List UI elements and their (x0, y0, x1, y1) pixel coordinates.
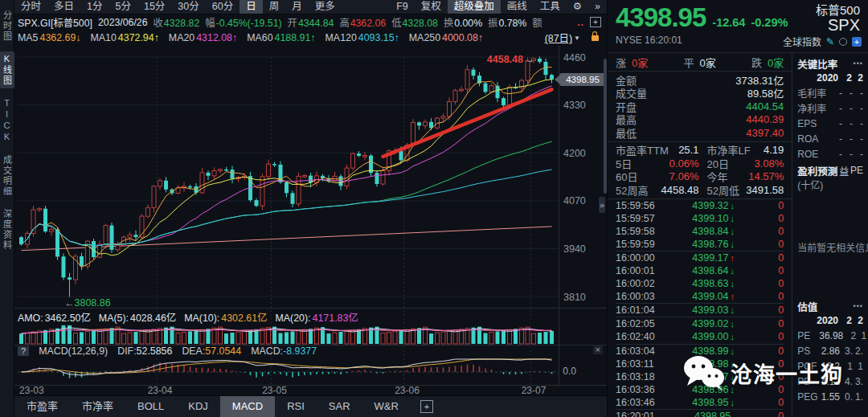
period-tab[interactable]: 多日 (47, 0, 80, 14)
info-field: 振0.78% (488, 15, 526, 30)
period-tab[interactable]: 周 (263, 0, 286, 14)
toolbar-button[interactable]: F9 (390, 0, 415, 14)
tick-row[interactable]: 16:03:364398.96↓0 (616, 383, 784, 396)
edit-icon[interactable]: ✎ (826, 36, 834, 47)
indicator-tab[interactable]: KDJ (176, 396, 220, 417)
add-indicator-icon[interactable]: + (420, 400, 433, 413)
tick-row[interactable]: 16:01:044399.03↓0 (616, 303, 784, 317)
close-indicator-icon[interactable]: × (593, 345, 603, 354)
svg-text:23-04: 23-04 (148, 385, 173, 396)
date-label: 2023/06/26 (98, 17, 148, 28)
tick-row[interactable]: 16:00:014398.64↓0 (616, 264, 784, 277)
sidebar-item[interactable]: TICK (2, 96, 13, 145)
valuation-row: PCF16.211 (797, 358, 863, 374)
tick-row[interactable]: 16:03:464398.95↓0 (616, 396, 784, 409)
tick-row[interactable]: 15:59:584398.84↓0 (616, 225, 784, 238)
tick-row[interactable]: 16:02:404399.00↓0 (616, 330, 784, 343)
gear-icon[interactable]: ⚙ (567, 0, 588, 14)
tick-row[interactable]: 16:03:044398.99↓0 (616, 344, 784, 358)
ratio-row: 毛利率--- (797, 85, 863, 100)
valuation-row: PB4.124.3. (797, 374, 863, 389)
valuation-row: PEG1.550.1. (797, 389, 863, 404)
tick-row[interactable]: 16:00:034399.04↑0 (616, 290, 784, 303)
info-bar: SPX.GI[标普500] 2023/06/26 收4328.82 幅-0.45… (14, 14, 607, 31)
indicator-tab[interactable]: BOLL (125, 396, 176, 417)
range-selector[interactable]: (87日)▼ (545, 31, 580, 45)
chart-scrollbar[interactable] (604, 59, 607, 194)
ma-value: MA204312.08↑ (169, 32, 237, 43)
svg-text:3810: 3810 (563, 291, 586, 302)
period-tab[interactable]: 更多 (309, 0, 342, 14)
period-tab[interactable]: 15分 (137, 0, 171, 14)
stat-row: 最低4397.40 (616, 126, 784, 140)
svg-text:4200: 4200 (563, 148, 586, 159)
toolbar-button[interactable]: 复权 (415, 0, 448, 14)
toolbar-button[interactable]: 画线 (501, 0, 534, 14)
help-icon[interactable]: ? (18, 346, 29, 356)
valuation-row: PE36.9821 (797, 328, 863, 343)
valuation-years: 202022 (797, 313, 863, 328)
sidebar-item[interactable]: 分时图 (0, 8, 14, 44)
period-toolbar: 分时 多日 1分 5分 15分 30分 60分 日 (14, 0, 607, 14)
collapse-panel-icon[interactable]: » (599, 197, 605, 213)
ratio-cell: 52周高4458.48 (616, 183, 698, 197)
macd-legend-item: DIF:52.5856 (117, 345, 172, 357)
tick-row[interactable]: 16:00:004399.17↑0 (616, 251, 784, 264)
indicator-tab[interactable]: W&R (362, 396, 411, 417)
candlestick-chart[interactable]: 4458.48→←3808.86446043304200407039403810… (14, 46, 607, 395)
quote-header: 4398.95 -12.64-0.29% 标普500 SPX NYSE 16:2… (608, 0, 868, 53)
year-header: 2 (852, 72, 863, 84)
tick-row[interactable]: 15:59:594398.76↓0 (616, 238, 784, 251)
ma-value: MA604188.91↑ (247, 32, 315, 43)
period-tab[interactable]: 5分 (108, 0, 137, 14)
period-tab[interactable]: 月 (285, 0, 309, 14)
ratio-row: EPS--- (797, 116, 863, 131)
lock-icon[interactable] (592, 35, 599, 41)
indicator-tab[interactable]: RSI (275, 396, 317, 417)
indicator-tab[interactable]: 市盈率 (14, 396, 70, 417)
tick-row[interactable]: 16:20:014398.950 (616, 409, 784, 417)
last-price: 4398.95 (616, 2, 706, 34)
ratio-row: 净利率--- (797, 100, 863, 116)
ratio-row: ROE--- (797, 146, 863, 161)
tick-row[interactable]: 16:02:054399.02↓0 (616, 317, 784, 330)
chart-canvas[interactable]: 4458.48→←3808.86446043304200407039403810… (14, 46, 607, 397)
sidebar-item[interactable]: K线图 (0, 51, 14, 88)
tick-row[interactable]: 16:03:114398.98↓0 (616, 358, 784, 370)
tick-row[interactable]: 16:03:184398.97↓0 (616, 370, 784, 383)
info-field: 幅-0.45%(-19.51) (205, 15, 281, 30)
menu-icon[interactable]: ••• (854, 59, 863, 67)
indicator-tab[interactable]: 市净率 (70, 396, 125, 417)
toolbar-more-icon[interactable]: » (588, 0, 607, 14)
sidebar-item[interactable]: 深度资料 (0, 206, 14, 253)
stat-row: 开盘4404.54 (616, 100, 784, 113)
period-tab[interactable]: 日 (240, 0, 263, 14)
breadth-cell: 平0家 (684, 55, 716, 70)
indicator-tab[interactable]: MACD (220, 396, 275, 417)
year-header: 2 (852, 315, 863, 326)
period-tab[interactable]: 分时 (14, 0, 47, 14)
macd-legend-item: MACD:-8.9377 (251, 345, 317, 357)
ratio-cell: 市盈率TTM25.1 (616, 144, 698, 157)
period-tab[interactable]: 60分 (206, 0, 240, 14)
indicator-tab[interactable]: SAR (317, 396, 362, 417)
macd-indicator-row: ? MACD(12,26,9) DIF:52.5856 DEA:57.0544 … (18, 345, 317, 357)
tick-row[interactable]: 16:00:024398.63↓0 (616, 277, 784, 290)
period-tab[interactable]: 1分 (80, 0, 108, 14)
sidebar-item[interactable]: 成交明细 (0, 153, 14, 199)
indicator-tabs: 市盈率 市净率 BOLL KDJ MACD RSI SAR W&R (14, 395, 607, 417)
toolbar-button[interactable]: 工具 (534, 0, 567, 14)
menu-icon[interactable]: ••• (854, 302, 863, 310)
tick-list[interactable]: 15:59:564399.32↓0 15:59:574399.10↓0 15:5… (608, 199, 792, 417)
ma-value: MA104372.94↑ (90, 32, 158, 43)
panel-icon[interactable]: + (590, 17, 601, 27)
info-field: 额 (532, 15, 542, 30)
year-header: 2 (838, 72, 852, 84)
period-tab[interactable]: 30分 (171, 0, 205, 14)
tick-row[interactable]: 15:59:574399.10↓0 (616, 212, 784, 225)
alert-icon[interactable] (839, 38, 847, 46)
svg-text:→: → (525, 54, 534, 65)
toolbar-button[interactable]: 超级叠加 (448, 0, 501, 14)
add-watchlist-icon[interactable]: + (852, 37, 862, 47)
tick-row[interactable]: 15:59:564399.32↓0 (616, 199, 784, 212)
